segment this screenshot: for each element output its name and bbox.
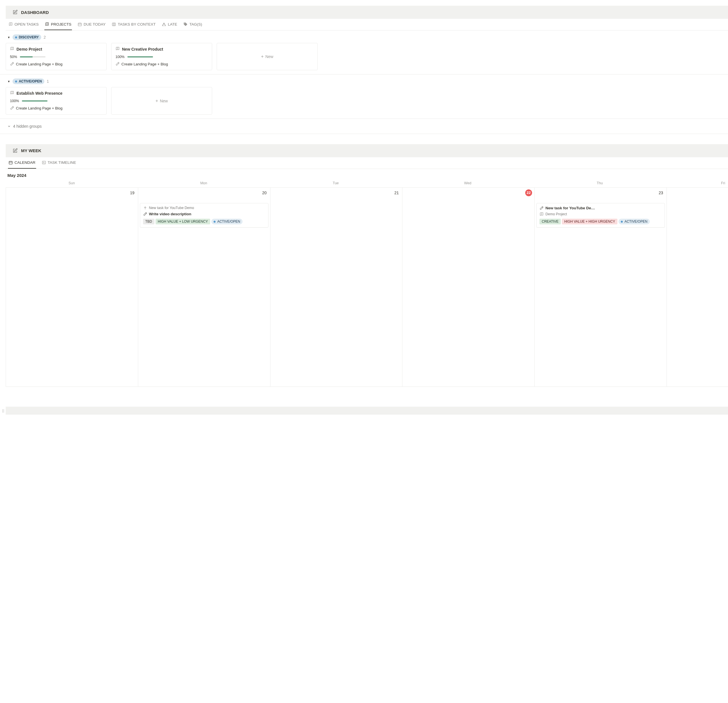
pen-icon (143, 212, 147, 216)
book-icon (10, 47, 14, 51)
calendar-today-badge: 22 (525, 189, 532, 196)
tab-label: DUE TODAY (84, 22, 105, 26)
pen-icon (10, 62, 14, 67)
dashboard-view-tabs: OPEN TASKSPROJECTSDUE TODAYTASKS BY CONT… (6, 19, 728, 30)
book-icon (45, 22, 49, 26)
event-project: Demo Project (545, 212, 567, 217)
calendar-cell[interactable]: 19 (6, 188, 138, 387)
board-icon (112, 22, 116, 26)
group-header[interactable]: ▼DISCOVERY2 (0, 32, 728, 43)
card-subtitle: Create Landing Page + Blog (121, 62, 168, 67)
tab-calendar[interactable]: CALENDAR (8, 157, 36, 169)
event-tag: HIGH VALUE + LOW URGENCY (156, 219, 210, 224)
project-card[interactable]: Demo Project50%Create Landing Page + Blo… (6, 43, 107, 70)
plus-icon: + (261, 54, 264, 59)
group-caret[interactable]: ▼ (7, 36, 10, 39)
tab-label: PROJECTS (51, 22, 71, 26)
timeline-icon (42, 160, 46, 165)
calendar-month: May 2024 (0, 169, 728, 180)
card-title: Demo Project (16, 47, 42, 52)
book-icon (10, 91, 14, 95)
myweek-title: MY WEEK (21, 148, 41, 153)
pen-icon (116, 62, 120, 67)
pen-icon (10, 106, 14, 111)
calendar-cell[interactable]: 22 (402, 188, 534, 387)
progress-fill (20, 56, 33, 58)
tab-tasks-by-context[interactable]: TASKS BY CONTEXT (111, 19, 156, 30)
new-card-button[interactable]: +New (111, 87, 212, 114)
pen-icon (539, 206, 544, 210)
group-name: DISCOVERY (19, 35, 39, 39)
svg-rect-1 (112, 23, 116, 26)
progress-track (127, 56, 153, 58)
calendar-head: SunMonTueWedThuFri (6, 180, 728, 188)
drag-handle-icon[interactable]: ⠿ (2, 409, 5, 413)
status-dot-icon (15, 36, 17, 38)
progress-pct: 100% (10, 99, 19, 103)
calendar-day-header: Fri (666, 180, 728, 188)
calendar-day-header: Wed (402, 180, 534, 188)
event-tag: HIGH VALUE + HIGH URGENCY (562, 219, 617, 224)
calendar-day-header: Sun (6, 180, 138, 188)
calendar-cell[interactable] (667, 188, 728, 387)
tab-open-tasks[interactable]: OPEN TASKS (8, 19, 39, 30)
group-header[interactable]: ▼ACTIVE/OPEN1 (0, 76, 728, 87)
progress-track (22, 100, 48, 101)
book-icon (116, 47, 120, 51)
myweek-header: MY WEEK (6, 144, 728, 157)
group-pill[interactable]: DISCOVERY (13, 35, 41, 40)
calendar-cell[interactable]: 20New task for YouTube DemoWrite video d… (138, 188, 270, 387)
new-label: New (265, 54, 273, 59)
progress-pct: 50% (10, 55, 17, 59)
new-label: New (160, 99, 168, 103)
calendar-event-card[interactable]: New task for YouTube DemoWrite video des… (140, 203, 269, 228)
card-title: New Creative Product (122, 47, 163, 52)
calendar-cell[interactable]: 21 (270, 188, 403, 387)
group-caret[interactable]: ▼ (7, 80, 10, 83)
project-card[interactable]: New Creative Product100%Create Landing P… (111, 43, 212, 70)
calendar-body: 1920New task for YouTube DemoWrite video… (6, 188, 728, 387)
arrow-up-icon (143, 206, 147, 210)
progress: 100% (10, 99, 103, 103)
svg-rect-0 (78, 23, 81, 26)
status-dot-icon (15, 81, 17, 82)
tab-task-timeline[interactable]: TASK TIMELINE (41, 157, 77, 169)
group-count: 2 (43, 35, 46, 39)
tab-label: LATE (168, 22, 177, 26)
footer-section: ⠿ (6, 407, 728, 415)
calendar-event-card[interactable]: New task for YouTube De…Demo ProjectCREA… (536, 203, 665, 228)
edit-icon (13, 10, 17, 15)
new-card-button[interactable]: +New (217, 43, 318, 70)
calendar-day-header: Thu (534, 180, 666, 188)
project-card[interactable]: Establish Web Presence100%Create Landing… (6, 87, 107, 114)
tab-tag-s-[interactable]: TAG(S) (183, 19, 203, 30)
svg-rect-2 (9, 162, 12, 165)
card-title: Establish Web Presence (16, 91, 62, 96)
warn-icon (162, 22, 166, 26)
tab-label: TAG(S) (189, 22, 202, 26)
progress-fill (127, 56, 153, 58)
book-icon (9, 22, 13, 26)
dashboard-header: DASHBOARD (6, 6, 728, 19)
calendar-cell[interactable]: 23New task for YouTube De…Demo ProjectCR… (534, 188, 667, 387)
tag-icon (183, 22, 188, 26)
event-title: Write video description (149, 212, 191, 217)
chevron-down-icon (7, 124, 11, 128)
tab-label: TASK TIMELINE (48, 160, 76, 165)
tab-late[interactable]: LATE (161, 19, 178, 30)
cards-row: Demo Project50%Create Landing Page + Blo… (0, 43, 728, 75)
plus-icon: + (156, 98, 158, 104)
card-subtitle: Create Landing Page + Blog (16, 106, 62, 111)
tab-due-today[interactable]: DUE TODAY (77, 19, 106, 30)
event-tag: ACTIVE/OPEN (618, 219, 650, 224)
progress: 100% (116, 55, 208, 59)
event-tag: CREATIVE (539, 219, 561, 224)
event-title: New task for YouTube De… (545, 206, 595, 211)
tab-projects[interactable]: PROJECTS (44, 19, 72, 30)
group-pill[interactable]: ACTIVE/OPEN (13, 78, 44, 84)
event-tag: TBD (143, 219, 155, 224)
svg-rect-3 (42, 161, 45, 164)
progress-track (20, 56, 45, 58)
progress-fill (22, 100, 48, 101)
hidden-groups-toggle[interactable]: 4 hidden groups (0, 119, 728, 134)
